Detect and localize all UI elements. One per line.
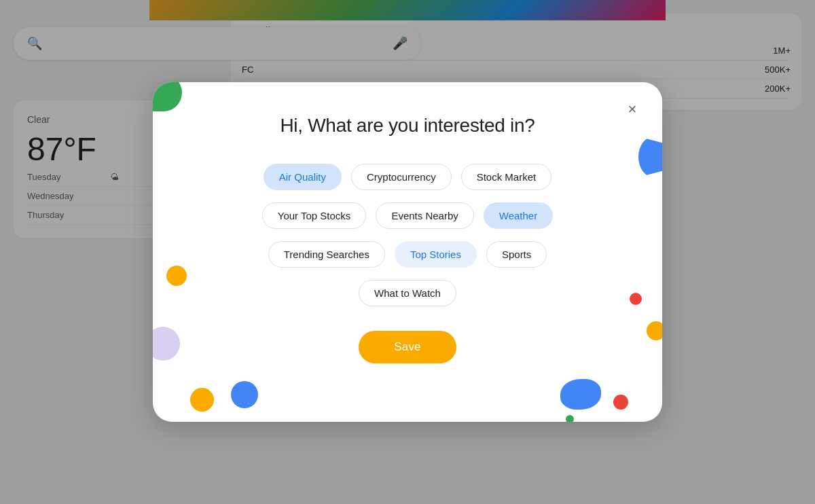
blob-green-dot [566, 415, 574, 422]
close-button[interactable]: × [619, 96, 646, 123]
modal-overlay: × Hi, What are you interested in? Air Qu… [0, 0, 815, 504]
blob-top-right [638, 137, 662, 177]
blob-left-yellow [166, 266, 187, 286]
chips-row-4: What to Watch [359, 280, 456, 306]
blob-bottom-right-blue [560, 379, 601, 410]
chip-events-nearby[interactable]: Events Nearby [376, 202, 473, 229]
blob-right-yellow [647, 321, 662, 340]
chip-what-to-watch[interactable]: What to Watch [359, 280, 456, 306]
blob-left-purple [153, 327, 180, 361]
chip-weather[interactable]: Weather [484, 202, 553, 229]
chip-trending-searches[interactable]: Trending Searches [268, 241, 385, 268]
blob-right-red [630, 293, 642, 305]
chip-sports[interactable]: Sports [486, 241, 547, 268]
chips-row-1: Air Quality Cryptocurrency Stock Market [264, 164, 551, 190]
save-btn-container: Save [194, 331, 621, 363]
chips-row-2: Your Top Stocks Events Nearby Weather [262, 202, 553, 229]
chip-stock-market[interactable]: Stock Market [461, 164, 552, 190]
blob-bottom-left-yellow [190, 388, 214, 412]
modal-title: Hi, What are you interested in? [194, 115, 621, 137]
blob-bottom-blue [231, 381, 258, 408]
interest-modal: × Hi, What are you interested in? Air Qu… [153, 82, 662, 422]
chip-your-top-stocks[interactable]: Your Top Stocks [262, 202, 367, 229]
save-button[interactable]: Save [359, 331, 456, 363]
blob-bottom-red [613, 395, 628, 410]
chips-row-3: Trending Searches Top Stories Sports [268, 241, 547, 268]
chip-air-quality[interactable]: Air Quality [264, 164, 342, 190]
chip-cryptocurrency[interactable]: Cryptocurrency [351, 164, 452, 190]
chips-container: Air Quality Cryptocurrency Stock Market … [194, 164, 621, 306]
blob-top-left [153, 82, 182, 111]
chip-top-stories[interactable]: Top Stories [395, 241, 477, 268]
